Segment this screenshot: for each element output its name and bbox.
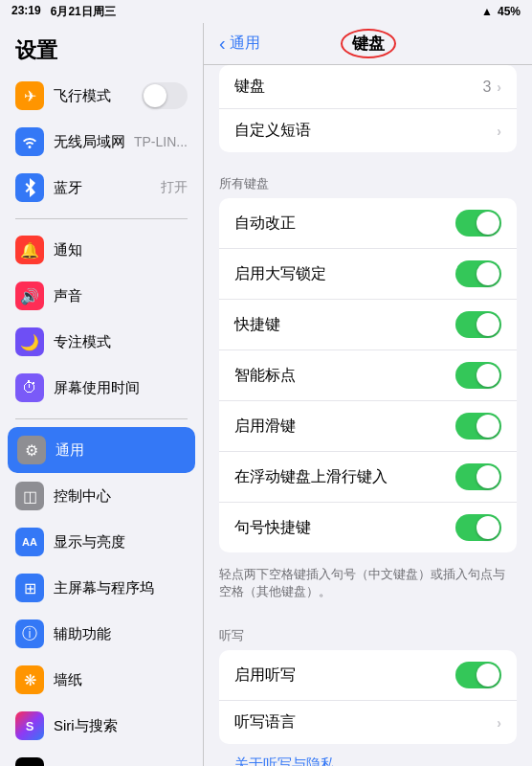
- sidebar-item-applepencil[interactable]: ✏ Apple Pencil: [0, 749, 203, 766]
- page-title: 键盘: [341, 29, 396, 58]
- status-time: 23:19: [11, 4, 41, 20]
- enabledictation-row[interactable]: 启用听写: [219, 650, 517, 701]
- back-label: 通用: [230, 34, 260, 54]
- smartpunct-label: 智能标点: [234, 366, 455, 386]
- focus-icon: 🌙: [15, 327, 44, 356]
- sounds-label: 声音: [54, 287, 82, 305]
- capslock-toggle[interactable]: [455, 260, 501, 287]
- autocorrect-row[interactable]: 自动改正: [219, 198, 517, 249]
- divider-2: [15, 418, 188, 419]
- divider-1: [15, 218, 188, 219]
- display-icon: AA: [15, 528, 44, 556]
- wifi-label: 无线局域网: [54, 133, 125, 151]
- focus-label: 专注模式: [54, 333, 111, 351]
- shortcuts-row[interactable]: 自定义短语 ›: [219, 109, 517, 152]
- applepencil-icon: ✏: [15, 757, 44, 766]
- wifi-value: TP-LIN...: [134, 134, 188, 149]
- sounds-icon: 🔊: [15, 282, 44, 310]
- sidebar-item-screentime[interactable]: ⏱ 屏幕使用时间: [0, 365, 203, 411]
- back-chevron-icon: ‹: [219, 33, 226, 55]
- all-keyboards-group: 自动改正 启用大写锁定 快捷键 智能标点 启用滑键: [219, 198, 517, 552]
- shortcuts-chevron-icon: ›: [497, 124, 501, 139]
- siri-label: Siri与搜索: [54, 717, 118, 735]
- smartpunct-toggle[interactable]: [455, 362, 501, 389]
- sidebar-item-notifications[interactable]: 🔔 通知: [0, 227, 203, 273]
- keyboards-row[interactable]: 键盘 3 ›: [219, 65, 517, 109]
- enabledictation-toggle[interactable]: [455, 662, 501, 688]
- smartpunct-row[interactable]: 智能标点: [219, 350, 517, 401]
- shortcut-keys-toggle[interactable]: [455, 311, 501, 338]
- all-keyboards-label: 所有键盘: [204, 160, 532, 198]
- keyboard-top-group: 键盘 3 › 自定义短语 ›: [219, 65, 517, 152]
- dictlang-row[interactable]: 听写语言 ›: [219, 701, 517, 744]
- siri-icon: S: [15, 711, 44, 740]
- keyboards-chevron-icon: ›: [497, 79, 501, 95]
- sidebar-item-accessibility[interactable]: ⓘ 辅助功能: [0, 611, 203, 657]
- battery-indicator: 45%: [498, 5, 521, 18]
- general-label: 通用: [55, 441, 84, 460]
- sidebar-item-siri[interactable]: S Siri与搜索: [0, 703, 203, 749]
- main-layout: 设置 ✈ 飞行模式 无线局域网 TP-LIN... 蓝牙 打开 🔔: [0, 23, 532, 766]
- swipe-toggle[interactable]: [455, 413, 501, 439]
- floatswipe-toggle[interactable]: [455, 463, 501, 490]
- enabledictation-label: 启用听写: [234, 665, 455, 686]
- general-icon: ⚙: [17, 436, 46, 464]
- wifi-icon: [15, 127, 44, 156]
- sidebar-item-control[interactable]: ◫ 控制中心: [0, 473, 203, 519]
- back-button[interactable]: ‹ 通用: [219, 33, 260, 55]
- sidebar: 设置 ✈ 飞行模式 无线局域网 TP-LIN... 蓝牙 打开 🔔: [0, 23, 204, 766]
- sidebar-item-focus[interactable]: 🌙 专注模式: [0, 319, 203, 365]
- sidebar-title: 设置: [0, 23, 203, 73]
- sidebar-item-general[interactable]: ⚙ 通用: [8, 427, 195, 473]
- shortcut-keys-row[interactable]: 快捷键: [219, 300, 517, 350]
- bluetooth-value: 打开: [161, 179, 188, 196]
- capslock-row[interactable]: 启用大写锁定: [219, 249, 517, 300]
- homescreen-label: 主屏幕与程序坞: [54, 579, 154, 597]
- status-indicators: ▲ 45%: [481, 5, 521, 18]
- dictation-privacy-link[interactable]: 关于听写与隐私...: [219, 744, 363, 766]
- accessibility-label: 辅助功能: [54, 625, 111, 643]
- sidebar-item-wifi[interactable]: 无线局域网 TP-LIN...: [0, 119, 203, 165]
- sidebar-item-bluetooth[interactable]: 蓝牙 打开: [0, 165, 203, 211]
- sidebar-item-homescreen[interactable]: ⊞ 主屏幕与程序坞: [0, 565, 203, 611]
- airplane-toggle[interactable]: [142, 82, 188, 109]
- swipe-label: 启用滑键: [234, 417, 455, 437]
- airplane-label: 飞行模式: [54, 87, 111, 105]
- sidebar-item-sounds[interactable]: 🔊 声音: [0, 273, 203, 319]
- capslock-label: 启用大写锁定: [234, 264, 455, 284]
- floatswipe-row[interactable]: 在浮动键盘上滑行键入: [219, 452, 517, 503]
- keyboards-label: 键盘: [234, 77, 482, 97]
- periodshortcut-toggle[interactable]: [455, 514, 501, 541]
- periodshortcut-row[interactable]: 句号快捷键: [219, 503, 517, 552]
- screentime-icon: ⏱: [15, 373, 44, 402]
- control-label: 控制中心: [54, 487, 111, 506]
- sidebar-item-airplane[interactable]: ✈ 飞行模式: [0, 73, 203, 119]
- wallpaper-label: 墙纸: [54, 671, 82, 689]
- notifications-label: 通知: [54, 241, 82, 259]
- bluetooth-label: 蓝牙: [54, 179, 82, 197]
- shortcut-keys-label: 快捷键: [234, 315, 455, 335]
- right-header: ‹ 通用 键盘: [204, 23, 532, 65]
- airplane-icon: ✈: [15, 81, 44, 110]
- bluetooth-icon: [15, 173, 44, 202]
- sidebar-item-wallpaper[interactable]: ❋ 墙纸: [0, 657, 203, 703]
- keyboards-section: 键盘 3 › 自定义短语 ›: [204, 65, 532, 152]
- wallpaper-icon: ❋: [15, 665, 44, 694]
- swipe-row[interactable]: 启用滑键: [219, 401, 517, 452]
- autocorrect-toggle[interactable]: [455, 210, 501, 237]
- homescreen-icon: ⊞: [15, 574, 44, 602]
- dictlang-label: 听写语言: [234, 712, 497, 732]
- dictlang-chevron-icon: ›: [497, 715, 501, 731]
- right-panel: ‹ 通用 键盘 键盘 3 › 自定义短语 › 所有键盘: [204, 23, 532, 766]
- sidebar-item-display[interactable]: AA 显示与亮度: [0, 519, 203, 565]
- autocorrect-label: 自动改正: [234, 214, 455, 234]
- status-bar: 23:19 6月21日周三 ▲ 45%: [0, 0, 532, 23]
- dictation-label: 听写: [204, 612, 532, 650]
- title-circled: 键盘: [341, 29, 396, 58]
- notifications-icon: 🔔: [15, 236, 44, 264]
- screentime-label: 屏幕使用时间: [54, 379, 140, 397]
- display-label: 显示与亮度: [54, 533, 125, 552]
- shortcuts-label: 自定义短语: [234, 121, 497, 141]
- dictation-group: 启用听写 听写语言 ›: [219, 650, 517, 744]
- keyboards-value: 3: [482, 79, 491, 96]
